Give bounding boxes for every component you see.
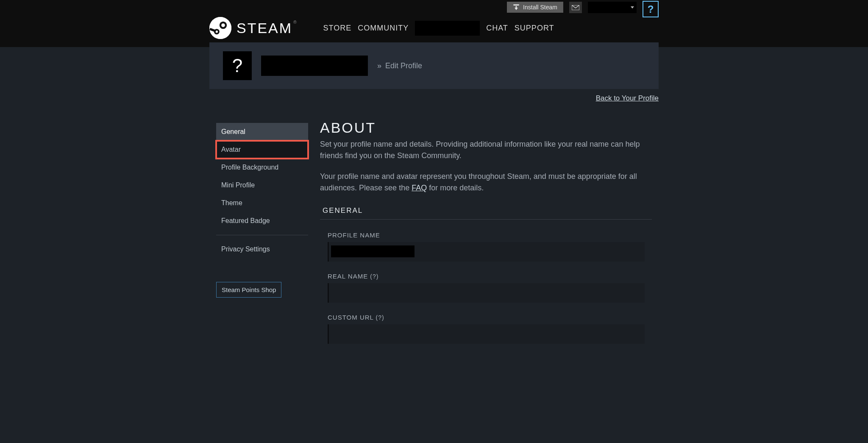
about-heading: ABOUT [320, 120, 652, 136]
edit-profile-content: ABOUT Set your profile name and details.… [320, 120, 659, 355]
messages-button[interactable] [569, 2, 582, 13]
steam-points-shop-button[interactable]: Steam Points Shop [216, 282, 281, 298]
sidebar-item-profile-background[interactable]: Profile Background [216, 159, 308, 176]
real-name-input[interactable] [328, 283, 645, 303]
help-icon: ? [648, 3, 654, 15]
chevron-down-icon [631, 6, 634, 8]
real-name-hint-icon[interactable]: (?) [370, 273, 378, 280]
sidebar-item-privacy-settings[interactable]: Privacy Settings [216, 240, 308, 258]
main-nav: STORE COMMUNITY CHAT SUPPORT [323, 20, 554, 36]
sidebar-separator [216, 235, 308, 235]
custom-url-label: CUSTOM URL (?) [328, 314, 652, 321]
profile-name-label: PROFILE NAME [328, 231, 652, 239]
section-general-heading: GENERAL [320, 203, 652, 220]
breadcrumb-separator: » [377, 61, 381, 70]
sidebar-item-avatar[interactable]: Avatar [216, 141, 308, 159]
breadcrumb-current: Edit Profile [385, 61, 422, 70]
breadcrumb: » Edit Profile [377, 61, 422, 70]
nav-username-redacted[interactable] [415, 21, 480, 36]
avatar-placeholder-icon: ? [232, 55, 242, 76]
steam-wordmark: STEAM® [236, 20, 298, 36]
avatar[interactable]: ? [223, 51, 252, 80]
svg-point-0 [209, 17, 231, 39]
faq-link[interactable]: FAQ [412, 184, 427, 192]
steam-logo[interactable]: STEAM® [209, 17, 298, 39]
custom-url-input[interactable] [328, 324, 645, 344]
install-steam-button[interactable]: Install Steam [507, 2, 563, 13]
profile-name-redacted[interactable] [261, 56, 368, 76]
install-icon [513, 4, 520, 10]
steam-logo-icon [209, 17, 231, 39]
nav-community[interactable]: COMMUNITY [358, 20, 409, 36]
account-dropdown[interactable] [588, 2, 637, 13]
svg-point-2 [221, 23, 225, 27]
sidebar-item-mini-profile[interactable]: Mini Profile [216, 176, 308, 194]
profile-name-input-wrap [328, 242, 652, 262]
sidebar-item-featured-badge[interactable]: Featured Badge [216, 212, 308, 230]
install-steam-label: Install Steam [523, 4, 557, 11]
profile-header: ? » Edit Profile [209, 42, 659, 89]
sidebar-item-theme[interactable]: Theme [216, 194, 308, 212]
nav-store[interactable]: STORE [323, 20, 352, 36]
settings-sidebar: General Avatar Profile Background Mini P… [216, 123, 308, 355]
back-to-profile-link[interactable]: Back to Your Profile [596, 94, 659, 103]
help-button[interactable]: ? [643, 1, 659, 17]
sidebar-item-general[interactable]: General [216, 123, 308, 141]
real-name-label: REAL NAME (?) [328, 273, 652, 280]
profile-name-input[interactable] [328, 242, 645, 262]
about-description-2: Your profile name and avatar represent y… [320, 171, 652, 194]
about-description-1: Set your profile name and details. Provi… [320, 139, 652, 162]
mail-icon [572, 5, 579, 10]
nav-chat[interactable]: CHAT [486, 20, 508, 36]
nav-support[interactable]: SUPPORT [515, 20, 554, 36]
custom-url-hint-icon[interactable]: (?) [376, 314, 384, 321]
